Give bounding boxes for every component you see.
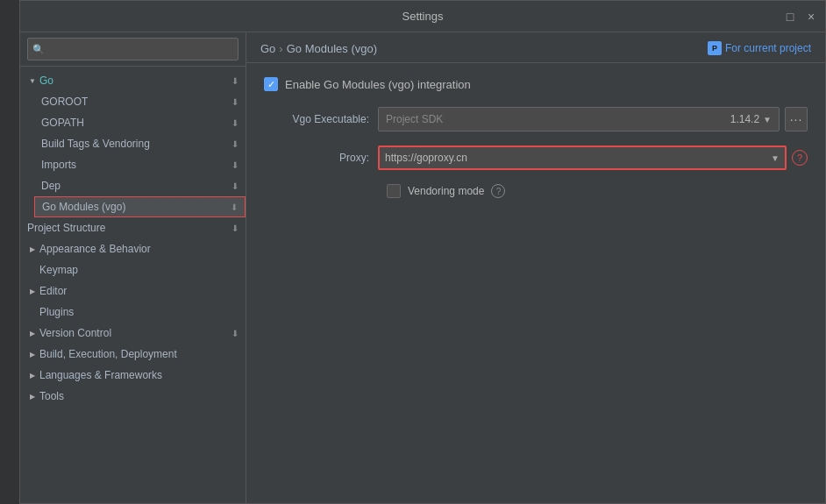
breadcrumb-root: Go — [260, 42, 275, 55]
dialog-title: Settings — [402, 10, 444, 23]
title-bar: Settings □ × — [20, 1, 825, 32]
gopath-pin-icon: ⬇ — [231, 118, 239, 128]
sidebar-item-go[interactable]: Go ⬇ — [20, 70, 246, 91]
go-arrow-icon — [27, 75, 38, 86]
plugins-label: Plugins — [39, 306, 239, 318]
build-label: Build, Execution, Deployment — [39, 348, 239, 360]
proxy-help-icon[interactable]: ? — [792, 150, 808, 166]
sidebar-item-project-structure[interactable]: Project Structure ⬇ — [20, 217, 246, 238]
proxy-input-wrap[interactable]: ▼ — [378, 146, 787, 170]
proxy-control: ▼ ? — [378, 146, 808, 170]
vcs-arrow-icon — [27, 328, 38, 338]
sidebar-item-editor[interactable]: Editor — [20, 280, 246, 302]
goroot-label: GOROOT — [41, 96, 88, 108]
vgo-version: 1.14.2 — [730, 113, 759, 125]
vgo-dots-button[interactable]: ··· — [785, 107, 808, 131]
dialog-body: 🔍 Go ⬇ GOROOT ⬇ — [20, 32, 825, 503]
sidebar-item-gopath[interactable]: GOPATH ⬇ — [34, 112, 246, 133]
goroot-pin-icon: ⬇ — [231, 97, 239, 107]
main-content: Go › Go Modules (vgo) P For current proj… — [246, 32, 825, 503]
editor-arrow-icon — [27, 286, 38, 296]
sidebar-item-appearance[interactable]: Appearance & Behavior — [20, 238, 246, 259]
maximize-button[interactable]: □ — [783, 10, 797, 24]
sidebar-item-languages[interactable]: Languages & Frameworks — [20, 365, 246, 386]
close-button[interactable]: × — [804, 10, 818, 24]
sidebar-item-plugins[interactable]: Plugins — [20, 302, 246, 323]
appearance-label: Appearance & Behavior — [39, 243, 239, 255]
project-tag-label: For current project — [725, 42, 811, 54]
vcs-pin-icon: ⬇ — [231, 329, 239, 338]
languages-arrow-icon — [27, 370, 38, 380]
search-input[interactable] — [48, 40, 233, 58]
sidebar: 🔍 Go ⬇ GOROOT ⬇ — [20, 32, 246, 503]
proxy-row: Proxy: ▼ ? — [264, 146, 808, 170]
vgo-select-placeholder: Project SDK — [386, 113, 730, 125]
proxy-chevron-icon: ▼ — [771, 153, 780, 163]
project-tag: P For current project — [708, 41, 811, 55]
enable-label: Enable Go Modules (vgo) integration — [285, 78, 471, 91]
imports-pin-icon: ⬇ — [231, 160, 239, 170]
appearance-arrow-icon — [27, 244, 38, 254]
tools-label: Tools — [39, 390, 239, 402]
dep-pin-icon: ⬇ — [231, 181, 239, 191]
breadcrumb-sep: › — [279, 42, 282, 55]
go-modules-label: Go Modules (vgo) — [42, 201, 125, 213]
vendoring-checkbox[interactable] — [387, 184, 401, 198]
main-body: Enable Go Modules (vgo) integration Vgo … — [246, 63, 825, 503]
go-pin-icon: ⬇ — [231, 76, 239, 86]
sidebar-item-build[interactable]: Build, Execution, Deployment — [20, 344, 246, 365]
imports-label: Imports — [41, 159, 76, 171]
sidebar-item-version-control[interactable]: Version Control ⬇ — [20, 323, 246, 344]
sidebar-item-imports[interactable]: Imports ⬇ — [34, 154, 246, 175]
tools-arrow-icon — [27, 391, 38, 401]
vgo-executable-control: Project SDK 1.14.2 ▼ ··· — [378, 107, 808, 131]
vgo-executable-label: Vgo Executable: — [264, 113, 378, 125]
editor-label: Editor — [39, 285, 239, 297]
gopath-label: GOPATH — [41, 117, 84, 129]
sidebar-item-dep[interactable]: Dep ⬇ — [34, 175, 246, 196]
proxy-input[interactable] — [385, 152, 771, 164]
vgo-executable-row: Vgo Executable: Project SDK 1.14.2 ▼ ··· — [264, 107, 808, 131]
build-tags-pin-icon: ⬇ — [231, 139, 239, 149]
breadcrumb-current: Go Modules (vgo) — [287, 42, 377, 55]
sidebar-item-goroot[interactable]: GOROOT ⬇ — [34, 91, 246, 112]
keymap-label: Keymap — [39, 264, 239, 276]
sidebar-item-go-modules[interactable]: Go Modules (vgo) ⬇ — [34, 196, 246, 217]
project-structure-label: Project Structure — [27, 222, 231, 234]
sidebar-content: Go ⬇ GOROOT ⬇ GOPATH ⬇ Build Tags & Ven — [20, 67, 246, 503]
vgo-chevron-icon: ▼ — [763, 115, 772, 124]
title-bar-controls: □ × — [783, 10, 818, 24]
search-input-wrap[interactable]: 🔍 — [27, 38, 239, 60]
sidebar-item-tools[interactable]: Tools — [20, 386, 246, 407]
build-tags-label: Build Tags & Vendoring — [41, 138, 150, 150]
go-modules-pin-icon: ⬇ — [231, 202, 238, 212]
go-section-label: Go — [39, 75, 231, 87]
sidebar-item-keymap[interactable]: Keymap — [20, 259, 246, 280]
search-box: 🔍 — [20, 32, 246, 67]
breadcrumb: Go › Go Modules (vgo) — [260, 42, 377, 55]
build-arrow-icon — [27, 349, 38, 359]
vendoring-label: Vendoring mode — [408, 185, 484, 197]
sidebar-item-build-tags[interactable]: Build Tags & Vendoring ⬇ — [34, 133, 246, 154]
languages-label: Languages & Frameworks — [39, 369, 239, 381]
search-icon: 🔍 — [32, 44, 45, 55]
settings-dialog: Settings □ × 🔍 Go — [19, 0, 826, 504]
main-header: Go › Go Modules (vgo) P For current proj… — [246, 32, 825, 63]
vendoring-row: Vendoring mode ? — [387, 184, 808, 198]
proxy-label: Proxy: — [264, 152, 378, 164]
enable-checkbox[interactable] — [264, 77, 278, 91]
project-structure-pin-icon: ⬇ — [231, 224, 239, 233]
enable-row: Enable Go Modules (vgo) integration — [264, 77, 808, 91]
version-control-label: Version Control — [39, 327, 231, 339]
go-children: GOROOT ⬇ GOPATH ⬇ Build Tags & Vendoring… — [20, 91, 246, 217]
dep-label: Dep — [41, 180, 61, 192]
vendoring-help-icon[interactable]: ? — [491, 184, 505, 198]
vgo-executable-select[interactable]: Project SDK 1.14.2 ▼ — [378, 107, 780, 131]
project-tag-icon: P — [708, 41, 722, 55]
